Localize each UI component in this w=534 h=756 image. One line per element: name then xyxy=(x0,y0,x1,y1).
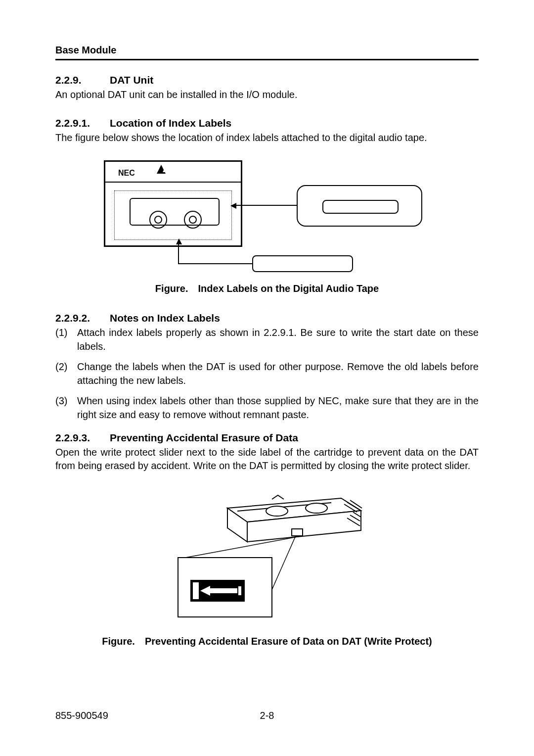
insert-arrow-icon xyxy=(157,165,166,174)
write-protect-svg xyxy=(163,488,371,627)
cassette-outline: NEC xyxy=(104,160,242,247)
header-rule xyxy=(55,59,479,60)
leader-line-front xyxy=(231,205,297,206)
heading-title: Notes on Index Labels xyxy=(110,312,220,324)
heading-title: Location of Index Labels xyxy=(110,117,231,129)
leader-line-side-h xyxy=(178,263,252,264)
list-item: (1)Attach index labels properly as shown… xyxy=(55,326,479,353)
heading-2-2-9-1: 2.2.9.1.Location of Index Labels xyxy=(55,117,479,129)
side-index-label xyxy=(252,255,353,272)
notes-list: (1)Attach index labels properly as shown… xyxy=(55,326,479,422)
spool-right-icon xyxy=(184,211,202,229)
svg-rect-19 xyxy=(238,586,241,595)
svg-rect-5 xyxy=(292,529,303,536)
svg-point-4 xyxy=(306,503,327,513)
front-label-area xyxy=(114,190,232,240)
list-item: (3)When using index labels other than th… xyxy=(55,394,479,422)
heading-2-2-9: 2.2.9.DAT Unit xyxy=(55,74,479,86)
item-number: (2) xyxy=(55,360,77,387)
svg-point-3 xyxy=(266,506,288,516)
heading-number: 2.2.9.3. xyxy=(55,432,110,444)
heading-2-2-9-3: 2.2.9.3.Preventing Accidental Erasure of… xyxy=(55,432,479,444)
cassette-divider xyxy=(105,182,241,183)
front-index-label-slot xyxy=(322,200,399,214)
heading-number: 2.2.9.1. xyxy=(55,117,110,129)
item-text: Change the labels when the DAT is used f… xyxy=(77,360,479,387)
heading-number: 2.2.9.2. xyxy=(55,312,110,324)
heading-title: DAT Unit xyxy=(110,74,153,86)
item-number: (1) xyxy=(55,326,77,353)
body-2-2-9: An optional DAT unit can be installed in… xyxy=(55,88,479,101)
list-item: (2)Change the labels when the DAT is use… xyxy=(55,360,479,387)
leader-line-side-v xyxy=(178,239,179,263)
svg-rect-18 xyxy=(210,588,237,593)
spool-window xyxy=(130,198,220,226)
figure-index-labels: NEC xyxy=(55,160,479,274)
heading-title: Preventing Accidental Erasure of Data xyxy=(110,432,298,443)
page-footer: 855-900549 2-8 xyxy=(55,710,479,721)
front-index-label xyxy=(297,185,422,227)
item-number: (3) xyxy=(55,394,77,422)
figure-write-protect xyxy=(55,488,479,627)
figure2-caption: Figure. Preventing Accidental Erasure of… xyxy=(55,636,479,647)
item-text: When using index labels other than those… xyxy=(77,394,479,422)
heading-2-2-9-2: 2.2.9.2.Notes on Index Labels xyxy=(55,312,479,324)
nec-logo-text: NEC xyxy=(118,169,135,178)
body-2-2-9-1: The figure below shows the location of i… xyxy=(55,131,479,144)
body-2-2-9-3: Open the write protect slider next to th… xyxy=(55,446,479,472)
figure1-caption: Figure. Index Labels on the Digital Audi… xyxy=(55,283,479,294)
svg-rect-16 xyxy=(193,582,199,599)
running-header: Base Module xyxy=(55,45,479,56)
footer-pagenum: 2-8 xyxy=(55,710,479,721)
item-text: Attach index labels properly as shown in… xyxy=(77,326,479,353)
spool-left-icon xyxy=(149,211,167,229)
heading-number: 2.2.9. xyxy=(55,74,110,86)
